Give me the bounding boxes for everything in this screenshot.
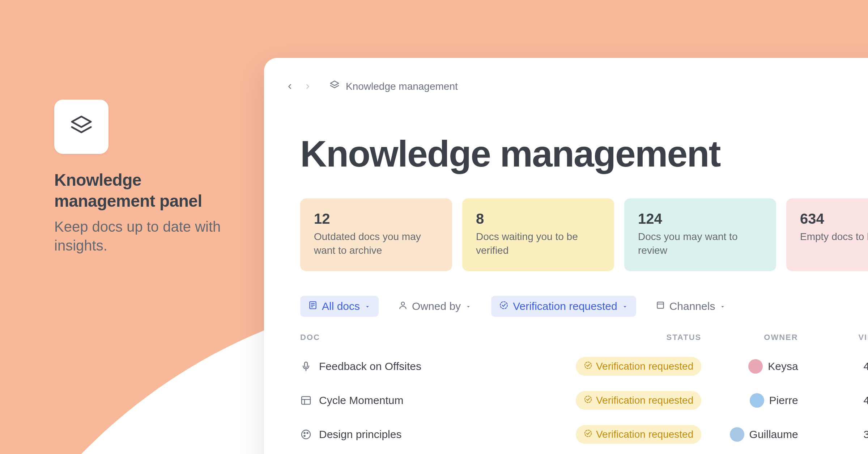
nav-back-button[interactable]: [286, 83, 294, 91]
avatar: [730, 427, 744, 442]
app-window: Knowledge management Knowledge managemen…: [264, 58, 868, 454]
filter-all-docs[interactable]: All docs: [300, 296, 379, 317]
filters-row: All docs Owned by Verification requested: [300, 296, 868, 317]
docs-table: DOC STATUS OWNER VIEWS PUBLIC VIEWS LA F…: [300, 333, 868, 454]
verification-icon: [499, 300, 509, 312]
owner-name: Pierre: [769, 394, 798, 407]
filter-label: All docs: [322, 300, 360, 312]
filter-label: Verification requested: [513, 300, 617, 312]
stat-label: Docs waiting you to be verified: [476, 230, 600, 257]
stats-row: 12Outdated docs you may want to archive8…: [300, 198, 868, 271]
stat-number: 124: [638, 211, 762, 227]
page-title: Knowledge management: [300, 133, 868, 175]
promo-icon-box: [54, 100, 109, 154]
status-label: Verification requested: [596, 429, 693, 440]
layers-icon: [69, 113, 94, 140]
filter-verification[interactable]: Verification requested: [491, 296, 636, 317]
promo-panel: Knowledge management panel Keep docs up …: [54, 100, 235, 255]
chevron-down-icon: [465, 300, 472, 312]
stat-number: 8: [476, 211, 600, 227]
table-header: DOC STATUS OWNER VIEWS PUBLIC VIEWS LA: [300, 333, 868, 349]
svg-point-6: [401, 302, 405, 305]
svg-point-19: [304, 435, 305, 436]
status-label: Verification requested: [596, 361, 693, 372]
layers-icon: [329, 80, 340, 93]
avatar: [748, 359, 763, 374]
stat-card[interactable]: 124Docs you may want to review: [624, 198, 776, 271]
breadcrumb-label: Knowledge management: [346, 81, 458, 92]
palette-icon: [300, 429, 312, 440]
th-status: STATUS: [551, 333, 701, 342]
table-row[interactable]: Design principlesVerification requestedG…: [300, 417, 868, 451]
stat-card[interactable]: 12Outdated docs you may want to archive: [300, 198, 452, 271]
status-label: Verification requested: [596, 395, 693, 406]
svg-marker-1: [331, 81, 339, 86]
stat-number: 12: [314, 211, 438, 227]
layout-icon: [300, 395, 312, 406]
chevron-down-icon: [719, 300, 726, 312]
filter-channels[interactable]: Channels: [648, 296, 734, 317]
table-row[interactable]: Feedback on OffsitesVerification request…: [300, 349, 868, 383]
filter-owned-by[interactable]: Owned by: [390, 296, 480, 317]
chevron-down-icon: [622, 300, 628, 312]
owner-name: Guillaume: [749, 428, 798, 441]
promo-subtitle: Keep docs up to date with insights.: [54, 217, 235, 255]
svg-point-17: [304, 432, 305, 433]
avatar: [750, 393, 764, 408]
svg-marker-0: [72, 117, 91, 127]
doc-title: Feedback on Offsites: [319, 360, 421, 373]
verification-icon: [584, 429, 592, 440]
stat-label: Empty docs to be deleted: [800, 230, 868, 244]
stat-label: Outdated docs you may want to archive: [314, 230, 438, 257]
status-badge: Verification requested: [576, 425, 701, 444]
table-row[interactable]: Retro cycle SVerification requestedAlisi…: [300, 451, 868, 454]
svg-point-15: [585, 396, 591, 403]
svg-point-16: [302, 430, 310, 439]
table-row[interactable]: Cycle MomentumVerification requestedPier…: [300, 383, 868, 417]
stat-card[interactable]: 634Empty docs to be deleted: [786, 198, 868, 271]
promo-title: Knowledge management panel: [54, 170, 235, 211]
svg-rect-12: [302, 396, 310, 404]
doc-list-icon: [308, 300, 318, 312]
svg-rect-8: [657, 302, 663, 308]
filter-label: Owned by: [412, 300, 461, 312]
views-count: 4032: [802, 394, 868, 407]
breadcrumb[interactable]: Knowledge management: [329, 80, 458, 93]
verification-icon: [584, 395, 592, 406]
filter-label: Channels: [669, 300, 715, 312]
status-badge: Verification requested: [576, 357, 701, 376]
chevron-down-icon: [364, 300, 371, 312]
channel-icon: [656, 300, 665, 312]
owner-name: Keysa: [768, 360, 798, 373]
stat-number: 634: [800, 211, 868, 227]
doc-title: Cycle Momentum: [319, 394, 403, 407]
svg-point-11: [585, 362, 591, 369]
th-doc: DOC: [300, 333, 551, 342]
stat-card[interactable]: 8Docs waiting you to be verified: [462, 198, 614, 271]
svg-point-7: [500, 302, 507, 309]
status-badge: Verification requested: [576, 391, 701, 410]
views-count: 4141: [802, 360, 868, 373]
svg-point-20: [585, 430, 591, 437]
views-count: 3056: [802, 428, 868, 441]
svg-point-18: [307, 432, 308, 433]
person-icon: [398, 300, 408, 312]
doc-title: Design principles: [319, 428, 401, 441]
mic-icon: [300, 361, 312, 372]
th-owner: OWNER: [701, 333, 801, 342]
stat-label: Docs you may want to review: [638, 230, 762, 257]
verification-icon: [584, 361, 592, 372]
th-views: VIEWS: [802, 333, 868, 342]
nav-forward-button[interactable]: [304, 83, 312, 91]
